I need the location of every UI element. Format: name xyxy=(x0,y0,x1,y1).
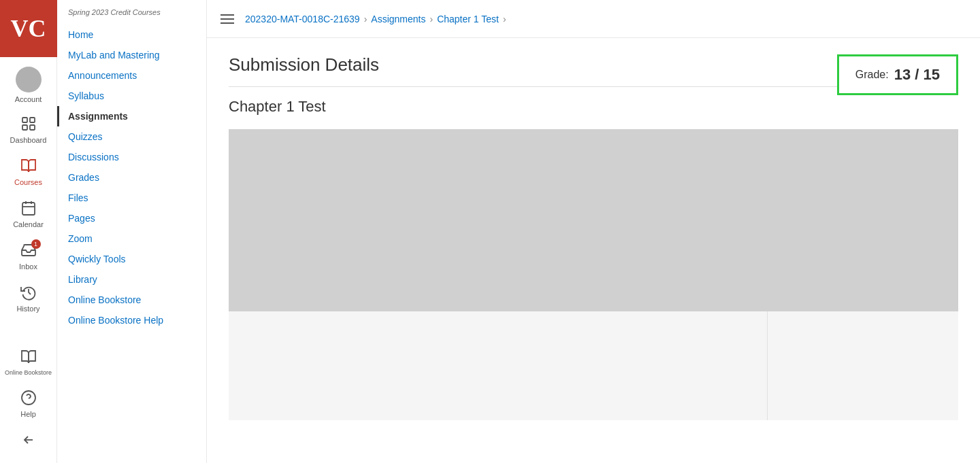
help-label: Help xyxy=(20,410,36,418)
sidebar-item-assignments[interactable]: Assignments xyxy=(57,106,206,126)
breadcrumb: 202320-MAT-0018C-21639 › Assignments › C… xyxy=(245,14,506,24)
bookstore-icon xyxy=(20,349,37,365)
account-label: Account xyxy=(15,95,42,103)
hamburger-line-3 xyxy=(220,22,234,24)
breadcrumb-sep-2: › xyxy=(429,14,433,24)
sidebar-item-discussions[interactable]: Discussions xyxy=(57,147,206,167)
bookstore-icon-wrap xyxy=(20,349,37,366)
nav-calendar[interactable]: Calendar xyxy=(0,193,57,235)
inbox-label: Inbox xyxy=(19,262,37,271)
sidebar-item-grades[interactable]: Grades xyxy=(57,167,206,188)
sidebar-item-qwickly[interactable]: Qwickly Tools xyxy=(57,249,206,269)
inbox-icon-wrap: 1 xyxy=(20,242,37,260)
course-label: Spring 2023 Credit Courses xyxy=(57,8,206,24)
nav-courses[interactable]: Courses xyxy=(0,151,57,193)
dashboard-label: Dashboard xyxy=(10,136,47,144)
svg-rect-0 xyxy=(22,118,27,122)
avatar xyxy=(16,67,42,92)
calendar-icon-wrap xyxy=(20,200,37,218)
collapse-icon-wrap xyxy=(20,432,37,449)
courses-label: Courses xyxy=(14,178,42,186)
sidebar-item-library[interactable]: Library xyxy=(57,269,206,290)
assignment-title: Chapter 1 Test xyxy=(229,98,958,116)
help-icon xyxy=(20,390,37,406)
breadcrumb-assignments[interactable]: Assignments xyxy=(371,14,425,24)
history-icon-wrap xyxy=(20,284,37,302)
content-area: Submission Details Chapter 1 Test Grade:… xyxy=(207,38,980,463)
history-icon xyxy=(20,284,37,301)
svg-rect-3 xyxy=(30,125,35,130)
nav-account[interactable]: Account xyxy=(12,57,45,109)
calendar-icon xyxy=(20,200,37,216)
sidebar-item-pages[interactable]: Pages xyxy=(57,208,206,228)
submission-content-bottom xyxy=(229,311,958,420)
hamburger-line-1 xyxy=(220,14,234,16)
sidebar-item-files[interactable]: Files xyxy=(57,188,206,208)
svg-rect-2 xyxy=(22,125,27,130)
svg-rect-4 xyxy=(22,203,35,215)
sidebar-item-syllabus[interactable]: Syllabus xyxy=(57,86,206,106)
courses-icon xyxy=(20,158,37,174)
submission-content-left xyxy=(229,311,768,420)
logo-text: VC xyxy=(11,14,46,43)
nav-inbox[interactable]: 1 Inbox xyxy=(0,235,57,277)
svg-rect-1 xyxy=(30,118,35,122)
grade-value: 13 / 15 xyxy=(894,66,940,84)
bookstore-label: Online Bookstore xyxy=(5,369,52,376)
hamburger-line-2 xyxy=(220,18,234,20)
nav-bottom: Online Bookstore Help xyxy=(0,342,56,463)
course-sidebar: Spring 2023 Credit Courses Home MyLab an… xyxy=(57,0,207,463)
nav-dashboard[interactable]: Dashboard xyxy=(0,109,57,151)
breadcrumb-sep-3: › xyxy=(503,14,506,24)
nav-help[interactable]: Help xyxy=(0,383,57,425)
sidebar-item-home[interactable]: Home xyxy=(57,24,206,45)
nav-collapse[interactable] xyxy=(0,425,57,456)
hamburger-button[interactable] xyxy=(218,12,237,27)
inbox-badge: 1 xyxy=(31,239,41,249)
sidebar-item-bookstore-help[interactable]: Online Bookstore Help xyxy=(57,310,206,330)
help-icon-wrap xyxy=(20,390,37,407)
dashboard-icon xyxy=(20,116,37,132)
submission-content-top xyxy=(229,129,958,311)
topbar: 202320-MAT-0018C-21639 › Assignments › C… xyxy=(207,0,980,38)
grade-label: Grade: xyxy=(855,69,889,81)
grade-box: Grade: 13 / 15 xyxy=(837,54,958,95)
dashboard-icon-wrap xyxy=(20,116,37,133)
sidebar-item-bookstore[interactable]: Online Bookstore xyxy=(57,290,206,310)
nav-bookstore[interactable]: Online Bookstore xyxy=(0,342,57,383)
breadcrumb-course[interactable]: 202320-MAT-0018C-21639 xyxy=(245,14,360,24)
sidebar-item-zoom[interactable]: Zoom xyxy=(57,228,206,249)
submission-content-right xyxy=(768,311,958,420)
sidebar-item-quizzes[interactable]: Quizzes xyxy=(57,126,206,147)
app-logo[interactable]: VC xyxy=(0,0,57,57)
svg-point-8 xyxy=(22,391,35,405)
nav-rail: VC Account Dashboard Courses xyxy=(0,0,57,463)
collapse-icon xyxy=(20,432,37,448)
courses-icon-wrap xyxy=(20,158,37,175)
sidebar-item-announcements[interactable]: Announcements xyxy=(57,65,206,86)
sidebar-item-mylab[interactable]: MyLab and Mastering xyxy=(57,45,206,65)
breadcrumb-sep-1: › xyxy=(364,14,368,24)
nav-history[interactable]: History xyxy=(0,277,57,320)
calendar-label: Calendar xyxy=(13,220,44,228)
breadcrumb-test[interactable]: Chapter 1 Test xyxy=(437,14,499,24)
main-area: 202320-MAT-0018C-21639 › Assignments › C… xyxy=(207,0,980,463)
history-label: History xyxy=(16,305,39,313)
